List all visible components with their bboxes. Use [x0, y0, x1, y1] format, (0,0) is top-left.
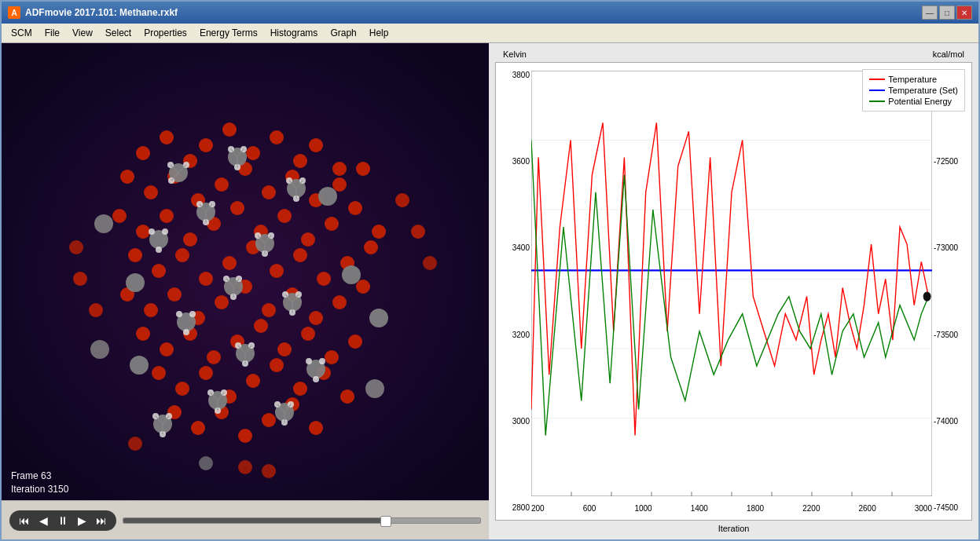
iteration-label: Iteration 3150 [11, 483, 68, 496]
svg-point-10 [332, 162, 347, 176]
svg-point-74 [340, 389, 354, 404]
svg-point-139 [189, 311, 196, 317]
svg-point-17 [262, 185, 276, 199]
svg-point-86 [69, 240, 83, 254]
menu-bar: SCMFileViewSelectPropertiesEnergy TermsH… [2, 24, 978, 43]
y-tick-3000: 3000 [497, 417, 530, 426]
svg-point-44 [364, 240, 378, 254]
legend-temperature: Temperature [869, 75, 958, 84]
svg-point-71 [270, 358, 284, 372]
menu-item-histograms[interactable]: Histograms [264, 25, 325, 41]
title-bar-left: A ADFmovie 2017.101: Methane.rxkf [8, 6, 178, 19]
svg-point-67 [175, 382, 189, 396]
graph-labels-top: Kelvin kcal/mol [495, 49, 972, 59]
svg-point-97 [342, 265, 361, 284]
y-tick-72500: -72500 [934, 157, 970, 166]
svg-point-61 [254, 319, 268, 333]
svg-point-89 [238, 460, 252, 474]
skip-back-button[interactable]: ⏮ [16, 514, 33, 528]
svg-point-72 [293, 382, 307, 396]
maximize-button[interactable]: □ [939, 5, 955, 20]
svg-point-98 [126, 273, 145, 292]
svg-point-1 [136, 146, 150, 160]
svg-point-96 [318, 187, 337, 206]
svg-point-25 [183, 232, 197, 247]
close-button[interactable]: ✕ [956, 5, 972, 20]
svg-point-30 [301, 232, 315, 247]
svg-point-12 [144, 185, 158, 199]
menu-item-help[interactable]: Help [363, 25, 395, 41]
svg-point-15 [215, 177, 229, 192]
x-tick-1800: 1800 [747, 504, 764, 513]
molecule-viewport[interactable]: Frame 63 Iteration 3150 ⏮ ◀ ⏸ ▶ ⏭ [2, 43, 489, 539]
pause-button[interactable]: ⏸ [54, 514, 72, 528]
main-window: A ADFmovie 2017.101: Methane.rxkf — □ ✕ … [0, 0, 980, 541]
x-tick-600: 600 [583, 504, 596, 513]
svg-point-64 [325, 350, 339, 364]
svg-point-68 [199, 366, 213, 380]
title-controls[interactable]: — □ ✕ [922, 5, 972, 20]
svg-point-85 [411, 225, 425, 239]
main-content: Frame 63 Iteration 3150 ⏮ ◀ ⏸ ▶ ⏭ [2, 43, 978, 539]
progress-thumb[interactable] [380, 516, 391, 527]
temperature-set-line-icon [869, 90, 885, 91]
y-tick-73500: -73500 [934, 331, 970, 339]
y-tick-74000: -74000 [934, 417, 970, 426]
svg-point-111 [90, 340, 109, 359]
graph-svg [531, 71, 932, 496]
y-right-label: kcal/mol [933, 49, 964, 59]
menu-item-energy-terms[interactable]: Energy Terms [193, 25, 264, 41]
x-tick-3000: 3000 [915, 504, 932, 513]
svg-rect-189 [531, 71, 932, 496]
menu-item-properties[interactable]: Properties [138, 25, 193, 41]
svg-point-78 [238, 429, 252, 443]
svg-point-130 [162, 228, 168, 235]
svg-point-83 [89, 303, 103, 317]
svg-point-46 [144, 303, 158, 317]
svg-point-41 [293, 248, 307, 262]
x-tick-1400: 1400 [691, 504, 708, 513]
temperature-line-icon [869, 79, 885, 80]
svg-point-206 [923, 292, 930, 301]
menu-item-graph[interactable]: Graph [324, 25, 362, 41]
svg-point-65 [348, 334, 362, 349]
svg-point-59 [207, 350, 221, 364]
svg-point-2 [160, 130, 174, 144]
svg-point-54 [332, 295, 347, 309]
svg-point-53 [309, 311, 323, 325]
progress-bar[interactable] [123, 517, 481, 524]
menu-item-scm[interactable]: SCM [5, 25, 39, 41]
svg-point-31 [325, 217, 339, 231]
playback-controls[interactable]: ⏮ ◀ ⏸ ▶ ⏭ [9, 510, 116, 531]
x-tick-2600: 2600 [858, 504, 875, 513]
svg-point-11 [120, 170, 134, 184]
play-button[interactable]: ▶ [75, 514, 90, 528]
svg-point-47 [167, 287, 182, 302]
skip-fwd-button[interactable]: ⏭ [93, 514, 110, 528]
svg-point-34 [128, 248, 142, 262]
temperature-label: Temperature [888, 75, 937, 84]
menu-item-view[interactable]: View [66, 25, 99, 41]
minimize-button[interactable]: — [922, 5, 938, 20]
svg-point-51 [262, 303, 276, 317]
svg-point-146 [313, 376, 319, 382]
x-axis-labels: 200 600 1000 1400 1800 2200 2600 3000 [531, 504, 932, 520]
prev-button[interactable]: ◀ [36, 514, 51, 528]
menu-item-select[interactable]: Select [99, 25, 138, 41]
molecule-canvas [2, 43, 489, 500]
graph-panel: Kelvin kcal/mol Temperature Temperature … [489, 43, 978, 539]
menu-item-file[interactable]: File [39, 25, 66, 41]
svg-point-33 [372, 225, 386, 239]
playback-bar: ⏮ ◀ ⏸ ▶ ⏭ [2, 500, 489, 539]
y-axis-left: 3800 3600 3400 3200 3000 2800 [496, 63, 531, 520]
svg-point-9 [309, 138, 323, 152]
svg-point-23 [136, 225, 150, 239]
svg-point-40 [270, 264, 284, 278]
x-tick-1000: 1000 [634, 504, 651, 513]
app-icon: A [8, 6, 20, 19]
svg-point-109 [94, 214, 113, 233]
x-tick-2200: 2200 [802, 504, 820, 513]
progress-fill [123, 518, 391, 523]
svg-point-36 [175, 248, 189, 262]
legend-temperature-set: Temperature (Set) [869, 86, 958, 95]
